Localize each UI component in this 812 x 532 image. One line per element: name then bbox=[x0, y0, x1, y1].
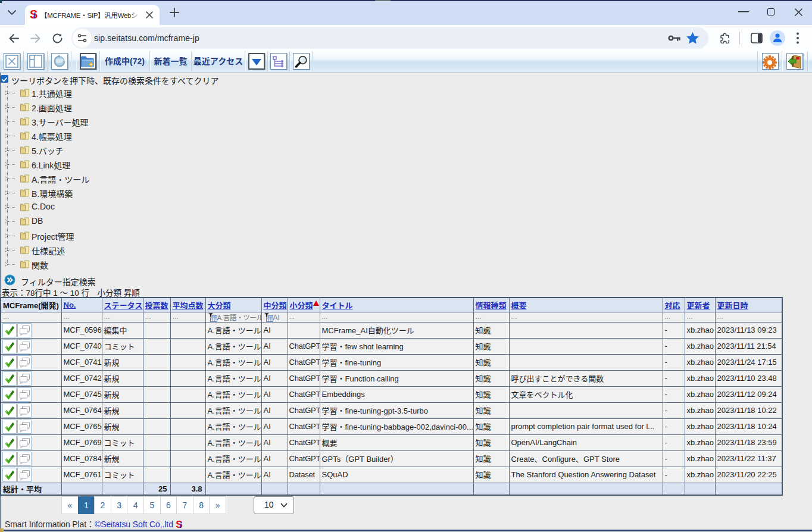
svg-text:i: i bbox=[179, 521, 182, 530]
